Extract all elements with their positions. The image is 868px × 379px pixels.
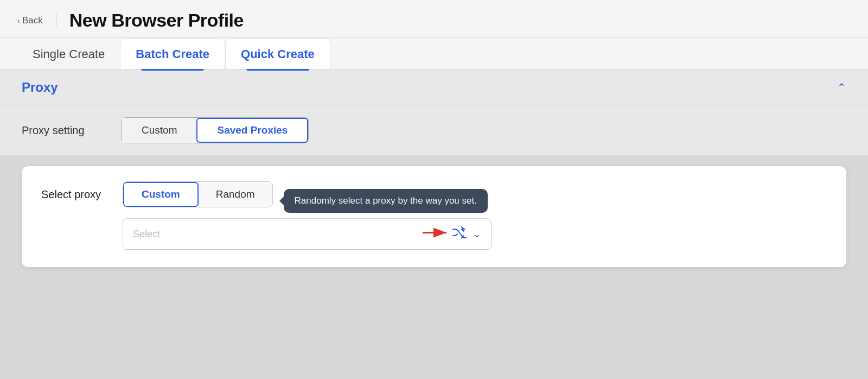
- proxy-setting-custom-btn[interactable]: Custom: [122, 118, 196, 143]
- chevron-down-icon: ⌄: [473, 228, 481, 240]
- select-proxy-label: Select proxy: [41, 188, 112, 201]
- proxy-section-label: Proxy: [22, 80, 58, 95]
- collapse-icon[interactable]: ⌃: [837, 81, 846, 94]
- shuffle-icon: [452, 226, 467, 242]
- proxy-setting-saved-btn[interactable]: Saved Proxies: [196, 118, 308, 143]
- proxy-setting-label: Proxy setting: [22, 124, 108, 137]
- header-divider: [56, 13, 56, 28]
- back-chevron-icon: ‹: [17, 16, 20, 25]
- tab-single-create[interactable]: Single Create: [17, 39, 120, 69]
- body-area: Proxy ⌃ Proxy setting Custom Saved Proxi…: [0, 70, 868, 379]
- select-proxy-row: Select proxy Custom Random Randomly sele…: [41, 181, 827, 207]
- proxy-type-buttons: Custom Random: [123, 181, 273, 207]
- proxy-setting-buttons: Custom Saved Proxies: [122, 117, 309, 143]
- back-label: Back: [22, 15, 43, 26]
- header: ‹ Back New Browser Profile: [0, 0, 868, 38]
- select-input-row: Select: [123, 218, 827, 250]
- proxy-setting-row: Proxy setting Custom Saved Proxies: [0, 105, 868, 155]
- page-title: New Browser Profile: [69, 10, 244, 31]
- tooltip-bubble: Randomly select a proxy by the way you s…: [284, 189, 488, 213]
- tab-batch-create[interactable]: Batch Create: [120, 38, 225, 69]
- tabs-row: Single Create Batch Create Quick Create: [0, 38, 868, 70]
- proxy-white-card: Select proxy Custom Random Randomly sele…: [22, 166, 846, 267]
- red-arrow-icon: [420, 225, 453, 243]
- select-placeholder: Select: [133, 229, 160, 240]
- proxy-type-custom-btn[interactable]: Custom: [123, 182, 199, 207]
- select-dropdown[interactable]: Select: [123, 218, 492, 250]
- select-icons: ⌄: [452, 226, 481, 242]
- back-button[interactable]: ‹ Back: [17, 15, 43, 26]
- tab-quick-create[interactable]: Quick Create: [225, 38, 330, 69]
- proxy-type-random-btn[interactable]: Random: [199, 182, 272, 207]
- proxy-section-header: Proxy ⌃: [0, 70, 868, 105]
